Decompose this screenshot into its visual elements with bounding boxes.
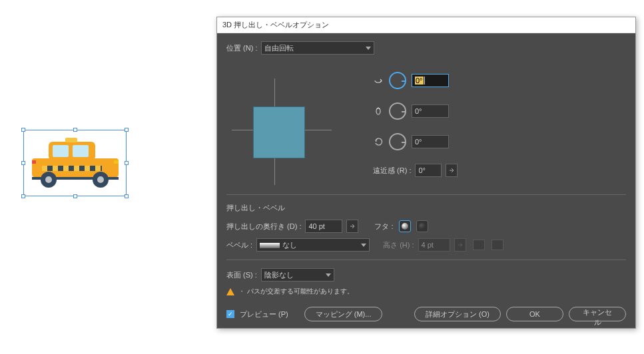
position-value: 自由回転: [264, 43, 294, 53]
ok-button[interactable]: OK: [506, 307, 563, 321]
height-label: 高さ (H) :: [383, 240, 414, 250]
dialog-title: 3D 押し出し・ベベルオプション: [217, 17, 635, 33]
warning-icon: [226, 288, 234, 295]
preview-cube[interactable]: [253, 106, 305, 158]
preview-checkbox[interactable]: ✓: [226, 310, 234, 318]
rotate-y-input[interactable]: 0°: [412, 104, 449, 118]
rotate-y-wheel[interactable]: [389, 102, 406, 120]
handle-tl[interactable]: [21, 128, 25, 132]
handle-bl[interactable]: [21, 194, 25, 198]
more-options-button[interactable]: 詳細オプション (O): [414, 307, 501, 321]
cap-off-button[interactable]: [416, 220, 428, 232]
rotate-x-input[interactable]: 0°: [412, 74, 449, 87]
handle-t[interactable]: [73, 128, 77, 132]
bevel-select[interactable]: なし: [256, 238, 370, 252]
rotate-x-icon: [373, 75, 384, 86]
canvas-selection[interactable]: [23, 130, 127, 196]
perspective-label: 遠近感 (R) :: [373, 166, 411, 176]
rotate-x-wheel[interactable]: [389, 72, 406, 89]
rotation-preview[interactable]: [226, 67, 346, 186]
perspective-input[interactable]: 0°: [415, 164, 442, 177]
height-stepper: [454, 238, 466, 252]
chevron-down-icon: [326, 273, 331, 277]
extrude-bevel-dialog: 3D 押し出し・ベベルオプション 位置 (N) : 自由回転: [216, 17, 636, 329]
warning-text: ・ パスが交差する可能性があります。: [238, 287, 354, 296]
chevron-down-icon: [366, 47, 371, 50]
chevron-down-icon: [361, 244, 366, 247]
selection-bounds: [23, 130, 127, 196]
bevel-label: ベベル :: [226, 240, 252, 250]
depth-label: 押し出しの奥行き (D) :: [226, 222, 301, 232]
cancel-button[interactable]: キャンセル: [569, 307, 626, 321]
depth-input[interactable]: 40 pt: [305, 220, 342, 233]
divider: [226, 194, 626, 195]
preview-label: プレビュー (P): [240, 309, 288, 319]
bevel-value: なし: [282, 241, 297, 249]
bevel-out-icon: [491, 240, 503, 250]
cap-label: フタ :: [374, 222, 393, 232]
position-label: 位置 (N) :: [226, 43, 257, 53]
mapping-button[interactable]: マッピング (M)...: [304, 307, 383, 321]
divider: [226, 260, 626, 260]
rotate-z-wheel[interactable]: [389, 133, 406, 150]
handle-br[interactable]: [125, 194, 129, 198]
bevel-thumb-icon: [260, 243, 280, 248]
rotate-z-icon: [373, 136, 384, 147]
surface-value: 陰影なし: [264, 270, 294, 280]
handle-r[interactable]: [125, 161, 129, 165]
perspective-stepper[interactable]: [446, 164, 458, 177]
position-select[interactable]: 自由回転: [261, 41, 374, 55]
rotate-y-icon: [373, 106, 384, 116]
height-input: 4 pt: [418, 238, 450, 252]
bevel-in-icon: [473, 240, 485, 250]
extrude-section-label: 押し出し・ベベル: [226, 203, 626, 213]
handle-tr[interactable]: [125, 128, 129, 132]
rotate-z-input[interactable]: 0°: [412, 135, 449, 148]
depth-stepper[interactable]: [346, 220, 358, 233]
surface-select[interactable]: 陰影なし: [261, 268, 334, 281]
cap-on-button[interactable]: [399, 220, 411, 232]
handle-b[interactable]: [73, 194, 77, 198]
handle-l[interactable]: [21, 161, 25, 165]
surface-label: 表面 (S) :: [226, 270, 257, 280]
